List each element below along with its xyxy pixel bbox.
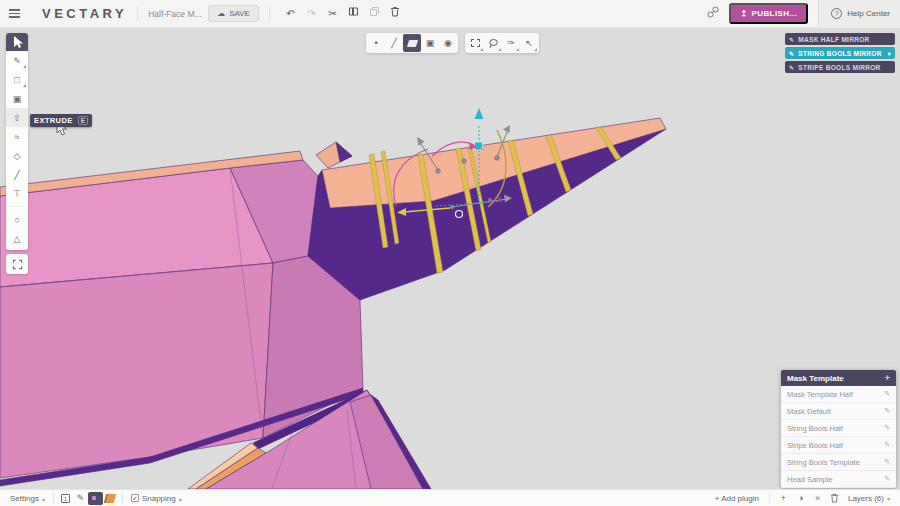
pen-tool-button[interactable]: ✎: [6, 51, 28, 70]
pencil-icon[interactable]: ✎: [884, 441, 890, 449]
gizmo-node-4[interactable]: [480, 147, 484, 151]
object-select-button[interactable]: ▣: [421, 34, 439, 52]
stripe-bools-mirror-button[interactable]: ✎ STRIPE BOOLS MIRROR: [785, 61, 895, 73]
layers-dropdown[interactable]: Layers (6) ▾: [844, 494, 894, 503]
knife-tool-button[interactable]: ╱: [6, 165, 28, 184]
mirror-button-label: STRIPE BOOLS MIRROR: [798, 64, 880, 71]
object-icon: ▣: [426, 38, 435, 48]
shortcut-key: E: [78, 116, 89, 125]
mask-half-mirror-button[interactable]: ✎ MASK HALF MIRROR: [785, 33, 895, 45]
publish-button[interactable]: ↥ PUBLISH...: [729, 3, 808, 24]
list-item-label: String Bools Half: [787, 424, 843, 433]
checkbox-checked-icon[interactable]: ✓: [131, 494, 139, 502]
pencil-icon[interactable]: ✎: [884, 475, 890, 483]
gizmo-node-1[interactable]: [436, 169, 441, 174]
list-item-label: Head Sample: [787, 475, 832, 484]
selection-tool-group: ✑ ↖: [465, 33, 539, 53]
append-button[interactable]: »: [810, 492, 825, 505]
list-item[interactable]: Head Sample ✎: [781, 471, 896, 488]
select-tool-button[interactable]: [6, 33, 28, 51]
copy-icon[interactable]: [366, 4, 383, 24]
bevel-tool-button[interactable]: ◇: [6, 146, 28, 165]
pen-icon: ✎: [77, 493, 85, 503]
list-item[interactable]: Mask Template Half ✎: [781, 386, 896, 403]
chevrons-icon: »: [815, 493, 820, 503]
list-item-label: Mask Default: [787, 407, 831, 416]
left-toolbar: ✎ □ ▣ ⇧ ≈ ◇ ╱ ⊤ ○ △: [6, 33, 28, 274]
plus-icon: +: [781, 493, 786, 503]
marquee-icon: [471, 39, 480, 47]
list-item[interactable]: String Bools Template ✎: [781, 454, 896, 471]
add-object-button[interactable]: +: [776, 492, 791, 505]
add-icon[interactable]: +: [885, 373, 890, 383]
settings-dropdown[interactable]: Settings ▴: [6, 494, 49, 503]
delete-button[interactable]: [827, 492, 842, 505]
add-plugin-button[interactable]: + Add plugin: [711, 494, 763, 503]
menu-button[interactable]: [0, 0, 28, 28]
lasso-select-button[interactable]: [484, 34, 502, 52]
list-item-label: String Bools Template: [787, 458, 860, 467]
sphere-primitive-button[interactable]: ○: [6, 210, 28, 229]
gizmo-angle-tick-1: [495, 197, 496, 200]
brush-select-button[interactable]: ✑: [502, 34, 520, 52]
string-bools-mirror-button[interactable]: ✎ STRING BOOLS MIRROR ▾: [785, 47, 895, 59]
mask-template-panel: Mask Template + Mask Template Half ✎ Mas…: [781, 370, 896, 488]
contrast-icon: ◑: [798, 493, 803, 503]
bridge-tool-button[interactable]: ≈: [6, 127, 28, 146]
render-mode-button[interactable]: ◑: [793, 492, 808, 505]
divider: [269, 7, 270, 21]
snapping-toggle[interactable]: ✓ Snapping ▴: [127, 494, 186, 503]
face-select-button[interactable]: [403, 34, 421, 52]
list-item[interactable]: String Bools Half ✎: [781, 420, 896, 437]
triangle-primitive-button[interactable]: △: [6, 229, 28, 248]
brand-logo: VECTARY: [42, 6, 127, 21]
cloud-icon: ☁: [217, 9, 225, 18]
document-title[interactable]: Half-Face M...: [148, 9, 200, 19]
edge-select-button[interactable]: ╱: [385, 34, 403, 52]
undo-icon[interactable]: ↶: [282, 4, 299, 24]
extrude-tool-button[interactable]: ⇧: [6, 108, 28, 127]
cursor-icon: [11, 35, 24, 49]
gizmo-node-3[interactable]: [495, 156, 500, 161]
help-label: Help Center: [847, 9, 890, 18]
sphere-select-button[interactable]: ◉: [439, 34, 457, 52]
topbar: VECTARY Half-Face M... ☁ SAVE ↶ ↷ ✂ ↥ PU…: [0, 0, 900, 28]
share-link-icon[interactable]: [703, 5, 723, 23]
gizmo-node-2[interactable]: [462, 159, 467, 164]
redo-icon[interactable]: ↷: [303, 4, 320, 24]
caret-up-icon: ▴: [179, 495, 182, 502]
weld-tool-button[interactable]: ⊤: [6, 184, 28, 203]
panel-header[interactable]: Mask Template +: [781, 370, 896, 386]
pencil-icon: ✎: [789, 36, 794, 43]
frame-toggle-button[interactable]: 1: [58, 492, 73, 505]
expand-tool-button[interactable]: [6, 254, 28, 274]
pencil-icon[interactable]: ✎: [884, 458, 890, 466]
list-item[interactable]: Mask Default ✎: [781, 403, 896, 420]
draw-mode-button[interactable]: ✎: [73, 492, 88, 505]
loop-tool-button[interactable]: ▣: [6, 89, 28, 108]
mirror-icon[interactable]: [345, 4, 362, 24]
swatch-color-dot: [92, 496, 96, 500]
statusbar-right: + Add plugin + ◑ » Layers (6) ▾: [711, 492, 894, 505]
pencil-icon[interactable]: ✎: [884, 424, 890, 432]
statusbar: Settings ▴ 1 ✎ ✓ Snapping ▴ + Add plugin…: [0, 489, 900, 506]
delete-icon[interactable]: [387, 4, 404, 24]
marquee-select-button[interactable]: [466, 34, 484, 52]
active-material-swatch[interactable]: [88, 492, 103, 505]
lasso-icon: [488, 38, 499, 49]
vertex-select-button[interactable]: •: [367, 34, 385, 52]
list-item[interactable]: Stripe Bools Half ✎: [781, 437, 896, 454]
add-plugin-label: + Add plugin: [715, 494, 759, 503]
loop-icon: ▣: [13, 94, 22, 104]
material-button[interactable]: [103, 492, 118, 505]
gizmo-node-5[interactable]: [450, 205, 454, 209]
save-button[interactable]: ☁ SAVE: [208, 5, 259, 22]
pencil-icon[interactable]: ✎: [884, 407, 890, 415]
viewport-3d[interactable]: [0, 0, 900, 506]
pencil-icon[interactable]: ✎: [884, 390, 890, 398]
help-center-button[interactable]: ? Help Center: [818, 0, 900, 28]
pen-icon: ✎: [13, 56, 21, 66]
box-tool-button[interactable]: □: [6, 70, 28, 89]
cut-icon[interactable]: ✂: [324, 4, 341, 24]
pointer-select-button[interactable]: ↖: [520, 34, 538, 52]
